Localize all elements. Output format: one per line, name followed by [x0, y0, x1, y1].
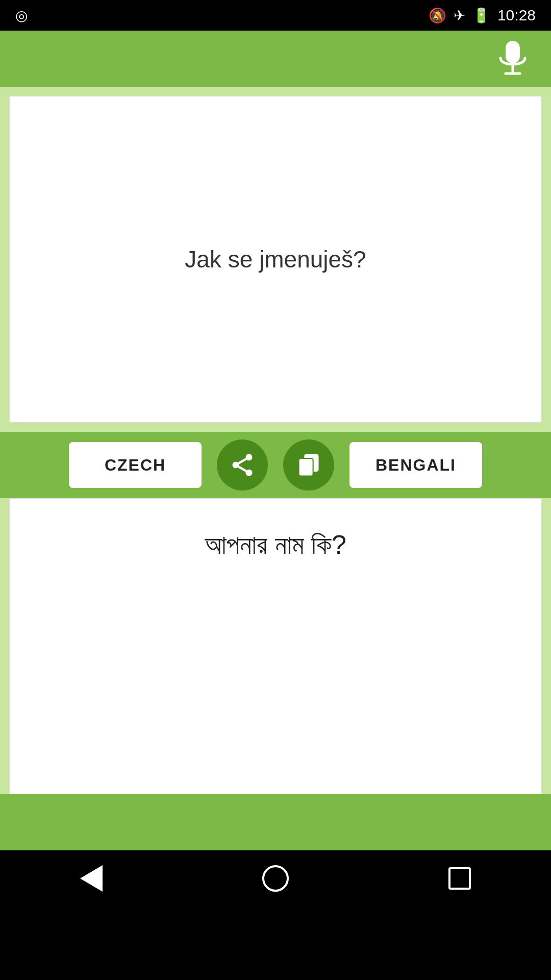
translation-panel[interactable]: আপনার নাম কি?	[9, 498, 542, 794]
status-bar: ◎ 🔕 ✈ 🔋 10:28	[0, 0, 551, 31]
home-button[interactable]	[262, 865, 289, 892]
mute-icon: 🔕	[429, 7, 446, 24]
share-button[interactable]	[217, 439, 268, 491]
copy-icon	[295, 452, 322, 478]
svg-point-4	[233, 462, 239, 469]
back-button[interactable]	[80, 865, 103, 892]
recent-icon	[448, 867, 471, 890]
nav-bar	[0, 850, 551, 906]
czech-button[interactable]: CZECH	[69, 442, 202, 488]
bengali-button[interactable]: BENGALI	[349, 442, 482, 488]
action-buttons	[217, 439, 334, 491]
status-left: ◎	[15, 7, 28, 24]
mic-icon	[498, 41, 527, 77]
status-right: 🔕 ✈ 🔋 10:28	[429, 7, 536, 24]
bottom-green-bar	[0, 794, 551, 850]
main-content: Jak se jmenuješ? CZECH	[0, 87, 551, 850]
svg-point-3	[246, 454, 253, 460]
source-panel[interactable]: Jak se jmenuješ?	[9, 96, 542, 423]
svg-point-5	[246, 470, 253, 476]
copy-button[interactable]	[283, 439, 334, 491]
svg-rect-0	[506, 41, 520, 63]
language-bar: CZECH BENGALI	[0, 432, 551, 498]
home-icon	[262, 865, 289, 892]
svg-line-7	[238, 467, 246, 471]
battery-icon: 🔋	[472, 7, 490, 24]
app-header	[0, 31, 551, 87]
mic-button[interactable]	[495, 41, 531, 77]
clock: 10:28	[497, 7, 536, 24]
recent-button[interactable]	[448, 867, 471, 890]
share-icon	[229, 452, 256, 478]
back-icon	[80, 865, 103, 892]
svg-rect-9	[299, 458, 313, 476]
source-text: Jak se jmenuješ?	[169, 230, 381, 288]
signal-icon: ◎	[15, 7, 28, 24]
svg-line-6	[238, 459, 246, 463]
airplane-icon: ✈	[454, 7, 465, 24]
translation-text: আপনার নাম কি?	[205, 529, 346, 560]
